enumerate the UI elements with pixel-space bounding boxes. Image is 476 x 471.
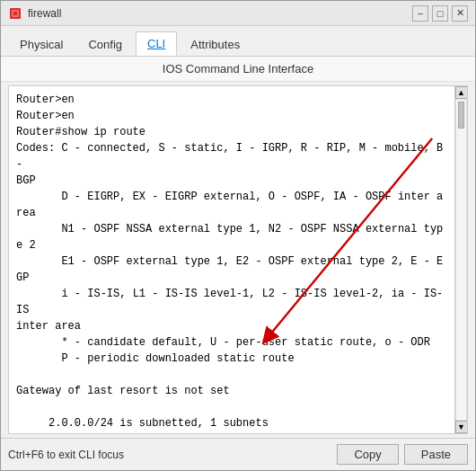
- scroll-thumb[interactable]: [458, 102, 464, 129]
- close-button[interactable]: ✕: [452, 5, 468, 22]
- tab-attributes[interactable]: Attributes: [179, 32, 251, 56]
- minimize-button[interactable]: −: [412, 5, 428, 22]
- scrollbar[interactable]: ▲ ▼: [454, 86, 467, 433]
- paste-button[interactable]: Paste: [404, 444, 468, 465]
- action-buttons: Copy Paste: [337, 444, 468, 465]
- status-bar: Ctrl+F6 to exit CLI focus Copy Paste: [1, 438, 475, 470]
- maximize-button[interactable]: □: [432, 5, 448, 22]
- terminal-container: Router>en Router>en Router#show ip route…: [8, 85, 468, 434]
- tab-cli[interactable]: CLI: [136, 31, 177, 56]
- tab-bar: Physical Config CLI Attributes: [1, 26, 475, 57]
- tab-config[interactable]: Config: [76, 32, 134, 56]
- tab-physical[interactable]: Physical: [8, 32, 75, 56]
- app-icon: [8, 6, 22, 21]
- terminal-output[interactable]: Router>en Router>en Router#show ip route…: [9, 86, 454, 433]
- scroll-down-arrow[interactable]: ▼: [455, 421, 468, 433]
- svg-rect-2: [13, 12, 17, 15]
- status-hint: Ctrl+F6 to exit CLI focus: [8, 449, 337, 461]
- window-controls: − □ ✕: [412, 5, 468, 22]
- title-bar: firewall − □ ✕: [1, 1, 475, 26]
- panel-title: IOS Command Line Interface: [1, 57, 475, 82]
- scroll-up-arrow[interactable]: ▲: [455, 86, 468, 99]
- copy-button[interactable]: Copy: [337, 444, 398, 465]
- scroll-track[interactable]: [455, 99, 467, 421]
- window-title: firewall: [28, 7, 412, 20]
